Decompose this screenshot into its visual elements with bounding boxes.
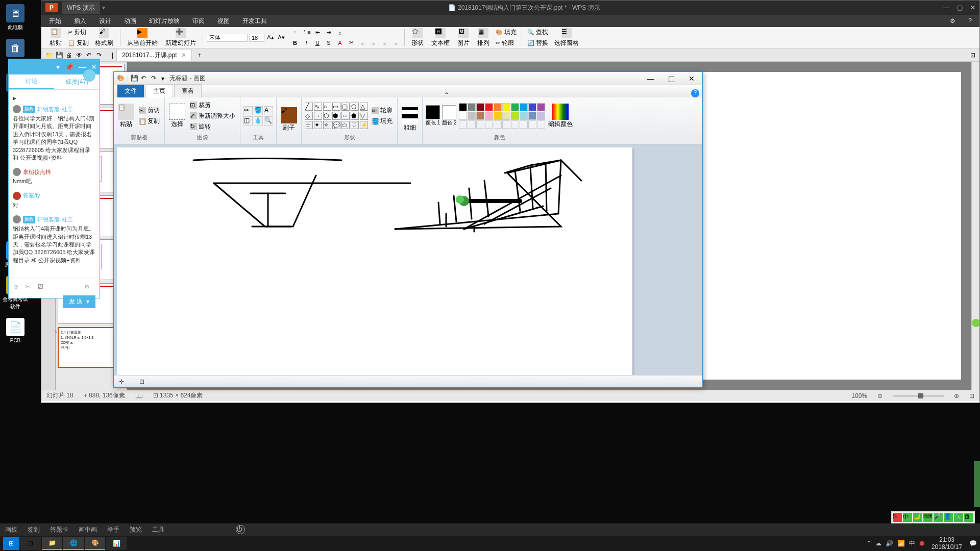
zoom-in-icon[interactable]: ⊕ (954, 392, 959, 399)
tray-vol-icon[interactable]: 🔊 (886, 540, 893, 547)
brush-button[interactable]: 🖌刷子 (280, 106, 298, 133)
color-swatch[interactable] (520, 103, 528, 111)
paint-tab-file[interactable]: 文件 (117, 84, 144, 97)
send-button[interactable]: 发 送 ▾ (63, 295, 95, 308)
strike-button[interactable]: S (324, 38, 333, 47)
tray-up-icon[interactable]: ⌃ (866, 540, 871, 547)
color-swatch[interactable] (459, 103, 467, 111)
ime-kb[interactable]: ⌨ (923, 513, 933, 522)
save-icon[interactable]: 💾 (56, 52, 63, 59)
paint-close-icon[interactable]: ✕ (684, 74, 699, 83)
color-swatch[interactable] (476, 103, 484, 111)
indent-dec[interactable]: ⇤ (313, 28, 322, 37)
eraser-tool[interactable]: ◫ (243, 116, 253, 126)
username[interactable]: 轩锐客服-杜工 (37, 216, 73, 223)
paint-tab-home[interactable]: 主页 (145, 84, 173, 97)
fit-icon[interactable]: ⊡ (969, 392, 974, 399)
shape[interactable]: ▢ (341, 103, 350, 111)
increase-font[interactable]: A▴ (266, 33, 275, 42)
wps-brand[interactable]: WPS 演示 (62, 2, 100, 14)
color-swatch[interactable] (511, 103, 519, 111)
color-swatch[interactable] (511, 112, 519, 120)
new-icon[interactable]: 📁 (45, 52, 53, 59)
bold-button[interactable]: B (290, 38, 300, 47)
color-swatch[interactable] (528, 120, 536, 129)
bb-tools[interactable]: 工具 (152, 525, 164, 534)
menu-anim[interactable]: 动画 (124, 17, 136, 26)
paste-button[interactable]: 📋粘贴 (117, 103, 135, 130)
highlight[interactable]: ✂ (347, 38, 356, 47)
shape[interactable]: ◇ (305, 112, 313, 120)
italic-button[interactable]: I (302, 38, 311, 47)
print-icon[interactable]: 🖨 (66, 52, 73, 59)
bullets[interactable]: ≡ (290, 28, 300, 37)
menu-review[interactable]: 审阅 (192, 17, 205, 26)
align-right[interactable]: ≡ (380, 38, 389, 47)
select-button[interactable]: 选择 (168, 103, 186, 130)
username[interactable]: 轩锐客服-杜工 (37, 106, 73, 113)
close-icon[interactable]: ✕ (970, 4, 975, 11)
paint-canvas[interactable] (117, 147, 632, 375)
from-start-button[interactable]: ▶从当前开始 (124, 27, 161, 48)
shape[interactable]: ▽ (360, 112, 368, 120)
color-swatch[interactable] (520, 112, 528, 120)
spell-icon[interactable]: 📖 (135, 392, 143, 399)
new-slide-button[interactable]: ➕新建幻灯片 (162, 27, 199, 48)
color1-button[interactable] (426, 105, 440, 119)
paste-button[interactable]: 📋粘贴 (46, 27, 65, 48)
preview-icon[interactable]: 👁 (76, 52, 83, 59)
shape[interactable]: ⬢ (332, 112, 340, 120)
zoom-tool[interactable]: 🔍 (264, 116, 273, 126)
resize-button[interactable]: ⤢重新调整大小 (188, 111, 237, 121)
tb-app3[interactable]: 🎨 (85, 537, 105, 550)
tab-close-icon[interactable]: ✕ (181, 52, 186, 59)
ime-mode[interactable]: 中 (903, 513, 912, 522)
color-swatch[interactable] (468, 120, 476, 129)
text-tool[interactable]: A (264, 106, 273, 115)
pencil-tool[interactable]: ✏ (243, 106, 253, 115)
rotate-button[interactable]: ↻旋转 (188, 122, 237, 132)
shape[interactable]: ⚡ (360, 121, 368, 129)
select-pane-button[interactable]: ☰选择窗格 (551, 27, 582, 48)
shape[interactable]: ⬭ (341, 121, 350, 129)
color-swatch[interactable] (459, 112, 467, 120)
bb-preview[interactable]: 预览 (130, 525, 142, 534)
shapes-button[interactable]: ⬠形状 (408, 27, 427, 48)
color-swatch[interactable] (511, 120, 519, 129)
taskview-icon[interactable]: ⊡ (20, 537, 41, 550)
floating-indicator[interactable] (972, 319, 980, 327)
paint-redo-icon[interactable]: ↷ (151, 74, 159, 83)
decrease-font[interactable]: A▾ (277, 33, 286, 42)
shape[interactable]: ⬡ (323, 112, 331, 120)
color-swatch[interactable] (528, 103, 536, 111)
color-swatch[interactable] (502, 120, 510, 129)
paint-minimize-icon[interactable]: — (643, 74, 658, 83)
chat-pin-icon[interactable]: 📌 (65, 63, 74, 71)
menu-start[interactable]: 开始 (49, 17, 61, 26)
chat-minimize-icon[interactable]: — (79, 63, 86, 71)
paint-save-icon[interactable]: 💾 (131, 74, 139, 83)
bb-answer-card[interactable]: 答题卡 (50, 525, 68, 534)
paint-help-icon[interactable]: ? (691, 89, 699, 97)
color-swatch[interactable] (476, 120, 484, 129)
color-swatch[interactable] (468, 103, 476, 111)
paint-canvas-area[interactable] (114, 144, 702, 375)
color-swatch[interactable] (537, 103, 545, 111)
paint-maximize-icon[interactable]: ▢ (664, 74, 679, 83)
settings-icon[interactable]: ⚙ (950, 17, 955, 24)
color-swatch[interactable] (485, 112, 493, 120)
copy-button[interactable]: 📋 复制 (66, 38, 90, 48)
ime-del[interactable]: 🗑 (964, 513, 973, 522)
notifications-icon[interactable]: 💬 (969, 540, 977, 547)
menu-dev[interactable]: 开发工具 (242, 17, 267, 26)
font-select[interactable] (207, 34, 248, 42)
image-icon[interactable]: 🖼 (37, 283, 45, 291)
crop-button[interactable]: ⊡裁剪 (188, 101, 237, 110)
settings-icon[interactable]: ⚙ (84, 283, 92, 291)
color-swatch[interactable] (520, 120, 528, 129)
menu-design[interactable]: 设计 (99, 17, 111, 26)
ime-mic[interactable]: 🎤 (934, 513, 943, 522)
cut-button[interactable]: ✂剪切 (137, 106, 161, 115)
textbox-button[interactable]: 🅰文本框 (428, 27, 453, 48)
shape[interactable]: ∿ (314, 103, 322, 111)
